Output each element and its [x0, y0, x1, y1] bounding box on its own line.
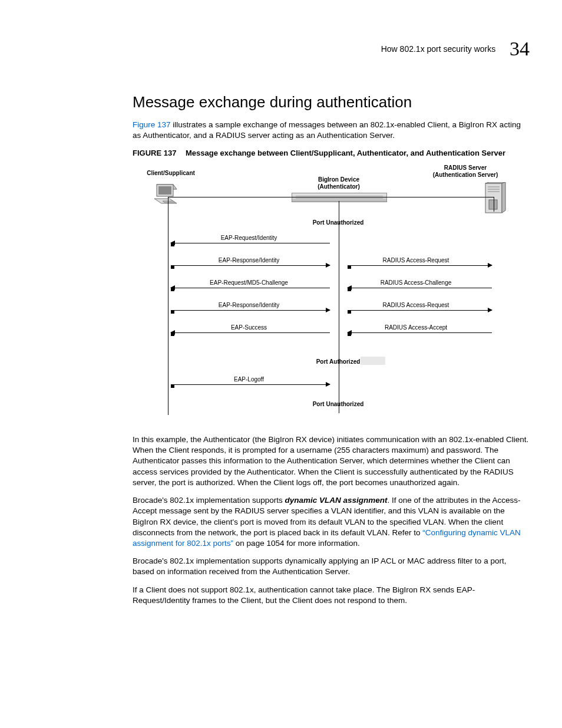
client-label: Client/Supplicant — [135, 169, 206, 177]
paragraph-4: If a Client does not support 802.1x, aut… — [133, 585, 530, 606]
port-state-unauth-1: Port Unauthorized — [279, 219, 397, 227]
p2-em: dynamic VLAN assignment — [285, 496, 387, 505]
svg-rect-2 — [158, 186, 171, 195]
msg-eap-req-identity: EAP-Request/Identity — [168, 234, 330, 242]
figure-label: FIGURE 137 — [133, 148, 186, 159]
figure-caption: FIGURE 137 Message exchange between Clie… — [133, 148, 530, 159]
running-title: How 802.1x port security works — [381, 44, 496, 55]
server-lifeline — [494, 197, 494, 212]
msg-eap-resp-identity-1: EAP-Response/Identity — [168, 256, 330, 265]
running-header: How 802.1x port security works 34 — [32, 35, 530, 62]
workstation-icon — [153, 182, 180, 209]
section-heading: Message exchange during authentication — [133, 92, 530, 113]
msg-eap-logoff: EAP-Logoff — [168, 375, 330, 384]
intro-text: illustrates a sample exchange of message… — [133, 120, 521, 140]
p2-a: Brocade's 802.1x implementation supports — [133, 496, 285, 505]
p2-c: on page 1054 for more information. — [233, 539, 360, 548]
device-label: BigIron Device (Authenticator) — [295, 176, 383, 190]
server-label-l1: RADIUS Server — [444, 164, 487, 171]
chapter-number: 34 — [510, 35, 530, 62]
msg-radius-req-2: RADIUS Access-Request — [339, 301, 492, 309]
paragraph-1: In this example, the Authenticator (the … — [133, 434, 530, 488]
port-state-unauth-2: Port Unauthorized — [279, 400, 397, 409]
msg-radius-accept: RADIUS Access-Accept — [339, 324, 492, 332]
paragraph-3: Brocade's 802.1x implementation supports… — [133, 556, 530, 577]
switch-icon — [292, 193, 387, 202]
svg-marker-4 — [163, 201, 176, 203]
server-label: RADIUS Server (Authentication Server) — [424, 164, 507, 179]
msg-radius-challenge: RADIUS Access-Challenge — [339, 279, 492, 287]
intro-paragraph: Figure 137 illustrates a sample exchange… — [133, 120, 530, 141]
device-label-l2: (Authenticator) — [318, 183, 360, 190]
sequence-diagram: Client/Supplicant BigIron Device (Authen… — [118, 164, 507, 424]
figure-reference-link[interactable]: Figure 137 — [133, 120, 171, 129]
page-content: Message exchange during authentication F… — [133, 92, 530, 606]
msg-eap-resp-identity-2: EAP-Response/Identity — [168, 301, 330, 309]
svg-rect-11 — [489, 200, 497, 209]
server-icon — [483, 182, 507, 215]
msg-eap-req-md5: EAP-Request/MD5-Challenge — [168, 279, 330, 287]
msg-radius-req-1: RADIUS Access-Request — [339, 256, 492, 265]
svg-marker-7 — [502, 182, 505, 213]
server-label-l2: (Authentication Server) — [433, 172, 498, 178]
msg-eap-success: EAP-Success — [168, 324, 330, 332]
device-label-l1: BigIron Device — [318, 176, 359, 183]
figure-caption-text: Message exchange between Client/Supplica… — [186, 148, 530, 159]
paragraph-2: Brocade's 802.1x implementation supports… — [133, 495, 530, 549]
